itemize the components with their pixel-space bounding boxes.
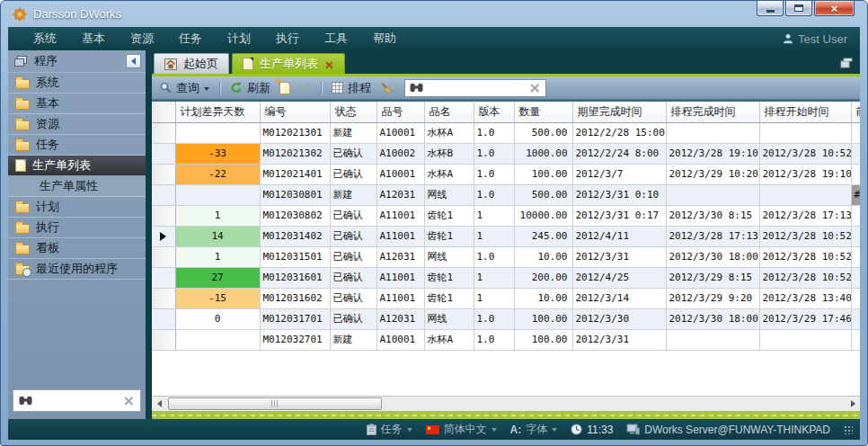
- sidebar-item[interactable]: 最近使用的程序: [8, 259, 146, 280]
- menu-item[interactable]: 系统: [21, 27, 69, 50]
- sidebar-item[interactable]: 计划: [8, 197, 146, 218]
- font-dropdown[interactable]: A: 字体: [510, 422, 558, 437]
- sidebar-item[interactable]: 系统: [8, 73, 146, 94]
- table-row[interactable]: M012021301新建A10001水杯A1.0500.002012/2/28 …: [152, 122, 860, 143]
- sidebar-search-input[interactable]: [38, 395, 118, 407]
- menu-item[interactable]: 工具: [312, 27, 360, 50]
- query-button[interactable]: 查询: [158, 79, 211, 97]
- row-selector-cell[interactable]: [152, 246, 175, 267]
- table-row[interactable]: 0M012031701已确认A12031网线1.0100.002012/3/30…: [152, 308, 860, 329]
- cell-item_name: 网线: [424, 184, 474, 205]
- resize-grip[interactable]: [844, 425, 853, 434]
- column-header-sched_start[interactable]: 排程开始时间: [759, 102, 851, 122]
- sidebar-collapse-button[interactable]: [126, 54, 141, 68]
- toolbar-search-clear-icon[interactable]: ×: [529, 81, 541, 95]
- sidebar-search-clear-icon[interactable]: ×: [123, 394, 135, 408]
- table-row[interactable]: -33M012021302已确认A10002水杯B1.01000.002012/…: [152, 143, 860, 164]
- sidebar-item[interactable]: 资源: [8, 114, 146, 135]
- production-order-table: 计划差异天数编号状态品号品名版本数量期望完成时间排程完成时间排程开始时间前 M0…: [152, 102, 860, 351]
- row-selector-cell[interactable]: [152, 164, 175, 184]
- table-row[interactable]: 27M012031601已确认A11001齿轮11200.002012/4/25…: [152, 267, 860, 288]
- column-header-extra[interactable]: 前: [851, 102, 860, 122]
- table-row[interactable]: 14M012031402已确认A11001齿轮11245.002012/4/11…: [152, 226, 860, 246]
- table-row[interactable]: M012030801新建A12031网线1.0500.002012/3/31 0…: [152, 184, 860, 205]
- row-selector-cell[interactable]: [152, 184, 175, 205]
- row-selector-cell[interactable]: [152, 226, 175, 246]
- clean-button[interactable]: [378, 79, 394, 97]
- row-selector-cell[interactable]: [152, 288, 175, 308]
- sidebar-item-label: 资源: [36, 116, 59, 132]
- menu-item[interactable]: 计划: [215, 27, 263, 50]
- menu-item[interactable]: 执行: [263, 27, 312, 50]
- cell-extra: [851, 164, 860, 184]
- row-selector-cell[interactable]: [152, 329, 175, 350]
- row-selector-cell[interactable]: [152, 122, 175, 143]
- row-selector-cell[interactable]: [152, 143, 175, 164]
- close-button[interactable]: ×: [814, 1, 855, 16]
- sidebar-item[interactable]: 看板: [8, 238, 146, 259]
- user-badge[interactable]: Test User: [783, 32, 847, 46]
- task-dropdown[interactable]: 任务: [367, 422, 412, 437]
- column-header-code[interactable]: 编号: [260, 102, 330, 122]
- column-header-due[interactable]: 期望完成时间: [572, 102, 666, 122]
- table-row[interactable]: M012032701新建A10001水杯A1.0100.002012/3/31: [152, 329, 860, 350]
- sidebar-item[interactable]: 基本: [8, 94, 146, 114]
- cell-code: M012031501: [260, 246, 330, 267]
- column-header-status[interactable]: 状态: [330, 102, 376, 122]
- folder-icon: [15, 100, 30, 110]
- menu-item[interactable]: 资源: [118, 27, 166, 50]
- tab-label: 生产单列表: [260, 56, 318, 72]
- menu-item[interactable]: 任务: [166, 27, 215, 50]
- float-window-icon[interactable]: [840, 58, 853, 68]
- maximize-button[interactable]: [785, 1, 812, 16]
- sidebar-item[interactable]: 执行: [8, 218, 146, 238]
- tab-close-icon[interactable]: ×: [324, 58, 334, 70]
- sidebar-splitter[interactable]: [146, 50, 152, 419]
- language-dropdown[interactable]: 简体中文: [426, 422, 497, 437]
- column-header-qty[interactable]: 数量: [514, 102, 572, 122]
- tab-production-order-list[interactable]: 生产单列表 ×: [232, 53, 345, 74]
- column-header-version[interactable]: 版本: [474, 102, 514, 122]
- column-header-diff[interactable]: 计划差异天数: [175, 102, 260, 122]
- cell-status: 新建: [330, 122, 376, 143]
- sidebar-item[interactable]: 任务: [8, 135, 146, 156]
- table-row[interactable]: -22M012021401已确认A10001水杯A1.0100.002012/3…: [152, 164, 860, 184]
- refresh-button[interactable]: 刷新: [228, 79, 272, 97]
- grip-icon: [271, 400, 279, 407]
- schedule-label: 排程: [348, 80, 371, 96]
- folder-icon: [15, 141, 30, 151]
- folder-icon: [15, 203, 30, 213]
- row-selector-cell[interactable]: [152, 267, 175, 288]
- toolbar-separator: [321, 81, 322, 95]
- column-header-item_no[interactable]: 品号: [376, 102, 424, 122]
- row-selector-cell[interactable]: [152, 308, 175, 329]
- cell-diff: [175, 329, 260, 350]
- cell-extra: [851, 267, 860, 288]
- tab-start-page[interactable]: 起始页: [154, 53, 229, 74]
- scroll-left-button[interactable]: [152, 397, 166, 411]
- row-selector-header[interactable]: [152, 102, 175, 122]
- new-document-button[interactable]: [278, 79, 292, 97]
- minimize-button[interactable]: [757, 1, 784, 16]
- sidebar-item[interactable]: 生产单列表: [8, 156, 146, 176]
- menu-item[interactable]: 帮助: [360, 27, 409, 50]
- cell-diff: 1: [175, 205, 260, 226]
- server-status: DWorks Server@FUNWAY-THINKPAD: [626, 424, 830, 436]
- table-row[interactable]: 1M012030802已确认A11001齿轮1110000.002012/3/3…: [152, 205, 860, 226]
- cell-diff: 0: [175, 308, 260, 329]
- menu-item[interactable]: 基本: [69, 27, 118, 50]
- toolbar-search-input[interactable]: [428, 82, 525, 94]
- edit-button[interactable]: [297, 79, 313, 97]
- table-row[interactable]: -15M012031602已确认A11001齿轮1110.002012/3/14…: [152, 288, 860, 308]
- row-selector-cell[interactable]: [152, 205, 175, 226]
- column-header-sched_end[interactable]: 排程完成时间: [666, 102, 759, 122]
- schedule-button[interactable]: 排程: [330, 79, 373, 97]
- scroll-right-button[interactable]: [846, 397, 860, 411]
- calculator-icon: [332, 82, 343, 94]
- chevron-left-icon: [131, 58, 136, 65]
- sidebar-item[interactable]: 生产单属性: [8, 176, 146, 197]
- table-row[interactable]: 1M012031501已确认A12031网线1.010.002012/3/312…: [152, 246, 860, 267]
- scrollbar-thumb[interactable]: [168, 397, 382, 410]
- column-header-item_name[interactable]: 品名: [424, 102, 474, 122]
- cell-item_no: A11001: [376, 267, 424, 288]
